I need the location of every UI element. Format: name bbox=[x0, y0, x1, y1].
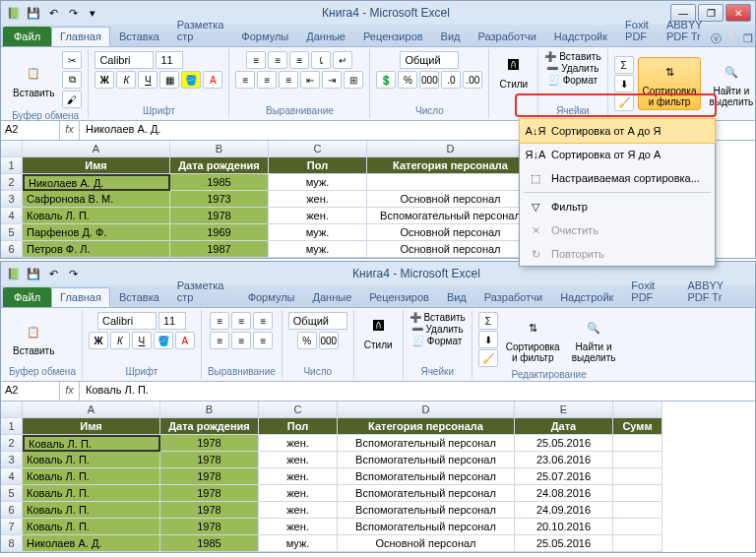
cell[interactable]: муж. bbox=[269, 224, 367, 241]
cell[interactable]: 20.10.2016 bbox=[515, 519, 613, 535]
format-painter-icon[interactable]: 🖌 bbox=[62, 91, 82, 108]
cell[interactable]: 1978 bbox=[160, 485, 259, 502]
row-header[interactable]: 4 bbox=[1, 468, 23, 485]
cell[interactable]: 23.06.2016 bbox=[515, 452, 613, 468]
cells-insert-button[interactable]: ➕ Вставить bbox=[410, 312, 466, 323]
cell[interactable]: 1985 bbox=[160, 535, 259, 552]
col-header[interactable]: D bbox=[338, 402, 515, 418]
border-button[interactable]: ▦ bbox=[159, 71, 179, 89]
name-box[interactable]: A2 bbox=[1, 121, 60, 140]
cell[interactable] bbox=[613, 452, 662, 468]
doc-restore-icon[interactable]: ❐ bbox=[743, 32, 753, 45]
tab-formulas[interactable]: Формулы bbox=[239, 287, 304, 307]
cell[interactable]: Коваль Л. П. bbox=[23, 208, 170, 224]
cell[interactable] bbox=[613, 535, 662, 552]
col-header[interactable]: C bbox=[259, 402, 338, 418]
cell[interactable]: Сафронова В. М. bbox=[23, 191, 170, 208]
wrap-text-icon[interactable]: ↵ bbox=[333, 51, 352, 69]
tab-formulas[interactable]: Формулы bbox=[232, 27, 297, 46]
cell[interactable]: Основной персонал bbox=[338, 535, 515, 552]
tab-review[interactable]: Рецензиров bbox=[360, 287, 438, 307]
cell[interactable]: жен. bbox=[259, 485, 338, 502]
tab-abbyy[interactable]: ABBYY PDF Tr bbox=[658, 15, 712, 46]
cell[interactable]: Основной персонал bbox=[367, 241, 535, 258]
row-header[interactable]: 5 bbox=[1, 224, 23, 241]
row-header[interactable]: 6 bbox=[1, 502, 23, 519]
tab-home[interactable]: Главная bbox=[51, 287, 110, 307]
cells-format-button[interactable]: 🧾 Формат bbox=[548, 75, 598, 86]
decrease-indent-icon[interactable]: ⇤ bbox=[300, 71, 320, 89]
col-header[interactable]: B bbox=[160, 402, 259, 418]
undo-icon[interactable]: ↶ bbox=[44, 265, 62, 282]
tab-insert[interactable]: Вставка bbox=[110, 27, 168, 46]
row-header[interactable]: 2 bbox=[1, 435, 23, 452]
cell[interactable]: 1987 bbox=[170, 241, 269, 258]
cell[interactable]: 1978 bbox=[160, 519, 259, 535]
cell[interactable]: Вспомогательный персонал bbox=[338, 502, 515, 519]
font-name-combo[interactable]: Calibri bbox=[94, 51, 154, 69]
cell[interactable]: Основной персонал bbox=[367, 224, 535, 241]
col-header[interactable]: A bbox=[23, 141, 170, 157]
font-color-button[interactable]: A bbox=[203, 71, 222, 89]
autosum-icon[interactable]: Σ bbox=[614, 56, 634, 74]
find-select-button[interactable]: 🔍 Найти и выделить bbox=[705, 58, 756, 109]
excel-icon[interactable]: 📗 bbox=[5, 265, 23, 282]
cells-delete-button[interactable]: ➖ Удалить bbox=[411, 324, 464, 335]
cell[interactable]: Вспомогательный персонал bbox=[338, 435, 515, 452]
formula-input[interactable]: Коваль Л. П. bbox=[80, 382, 755, 401]
col-header[interactable] bbox=[613, 402, 662, 418]
fill-color-button[interactable]: 🪣 bbox=[154, 332, 173, 349]
cell[interactable]: 24.08.2016 bbox=[515, 485, 613, 502]
cell[interactable] bbox=[613, 485, 662, 502]
minimize-ribbon-icon[interactable]: ⓥ bbox=[711, 31, 722, 46]
font-color-button[interactable]: A bbox=[175, 332, 195, 349]
percent-icon[interactable]: % bbox=[398, 71, 417, 89]
menu-filter[interactable]: ▽ Фильтр bbox=[520, 195, 715, 218]
row-header[interactable]: 8 bbox=[1, 535, 23, 552]
tab-addins[interactable]: Надстройк bbox=[545, 27, 616, 46]
orientation-icon[interactable]: ⤹ bbox=[311, 51, 331, 69]
tab-insert[interactable]: Вставка bbox=[110, 287, 168, 307]
cell[interactable]: 1978 bbox=[160, 435, 259, 452]
align-left-icon[interactable]: ≡ bbox=[235, 71, 255, 89]
font-size-combo[interactable]: 11 bbox=[156, 51, 183, 69]
comma-icon[interactable]: 000 bbox=[419, 71, 439, 89]
cell[interactable]: 1973 bbox=[170, 191, 269, 208]
tab-view[interactable]: Вид bbox=[432, 27, 470, 46]
tab-file[interactable]: Файл bbox=[3, 287, 51, 307]
italic-button[interactable]: К bbox=[110, 332, 130, 349]
styles-button[interactable]: 🅰 Стили bbox=[495, 51, 532, 92]
row-header[interactable]: 1 bbox=[1, 157, 23, 174]
fx-icon[interactable]: fx bbox=[60, 121, 80, 140]
sort-filter-button[interactable]: ⇅Сортировка и фильтр bbox=[502, 314, 564, 365]
cell[interactable]: жен. bbox=[259, 468, 338, 485]
cell[interactable]: жен. bbox=[259, 452, 338, 468]
tab-foxit[interactable]: Foxit PDF bbox=[622, 276, 678, 307]
fill-icon[interactable]: ⬇ bbox=[614, 75, 634, 93]
tab-file[interactable]: Файл bbox=[3, 27, 51, 46]
menu-custom-sort[interactable]: ⬚ Настраиваемая сортировка... bbox=[520, 166, 715, 190]
tab-review[interactable]: Рецензиров bbox=[354, 27, 432, 46]
increase-indent-icon[interactable]: ⇥ bbox=[322, 71, 342, 89]
col-header[interactable]: C bbox=[269, 141, 367, 157]
tab-data[interactable]: Данные bbox=[304, 287, 361, 307]
styles-button[interactable]: 🅰Стили bbox=[360, 312, 397, 352]
cell[interactable]: Петров Ф. Л. bbox=[23, 241, 170, 258]
cell[interactable]: жен. bbox=[269, 208, 367, 224]
align-top-icon[interactable]: ≡ bbox=[246, 51, 266, 69]
select-all-corner[interactable] bbox=[1, 141, 23, 157]
qat-more-icon[interactable]: ▾ bbox=[84, 4, 101, 22]
cell[interactable]: муж. bbox=[259, 535, 338, 552]
align-bottom-icon[interactable]: ≡ bbox=[289, 51, 309, 69]
underline-button[interactable]: Ч bbox=[132, 332, 152, 349]
increase-decimal-icon[interactable]: .0 bbox=[441, 71, 461, 89]
tab-addins[interactable]: Надстройк bbox=[551, 287, 622, 307]
bold-button[interactable]: Ж bbox=[89, 332, 108, 349]
cell[interactable] bbox=[613, 435, 662, 452]
align-right-icon[interactable]: ≡ bbox=[279, 71, 298, 89]
align-center-icon[interactable]: ≡ bbox=[257, 71, 277, 89]
excel-icon[interactable]: 📗 bbox=[5, 4, 23, 22]
tab-developer[interactable]: Разработчи bbox=[470, 27, 545, 46]
cell[interactable]: Коваль Л. П. bbox=[23, 485, 160, 502]
font-name-combo[interactable]: Calibri bbox=[97, 312, 157, 330]
